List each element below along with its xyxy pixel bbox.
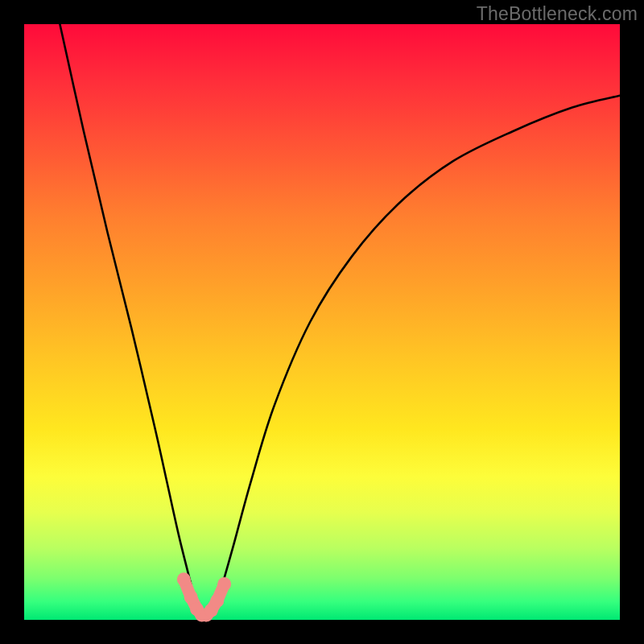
marker-dot: [210, 594, 224, 608]
chart-svg: [24, 24, 620, 620]
curve-path: [60, 24, 620, 618]
dip-markers: [177, 572, 231, 621]
marker-dot: [184, 590, 198, 604]
marker-dot: [217, 577, 231, 591]
plot-area: [24, 24, 620, 620]
marker-dot: [177, 572, 191, 586]
chart-frame: TheBottleneck.com: [0, 0, 644, 644]
watermark-text: TheBottleneck.com: [477, 3, 638, 25]
bottleneck-curve: [60, 24, 620, 618]
